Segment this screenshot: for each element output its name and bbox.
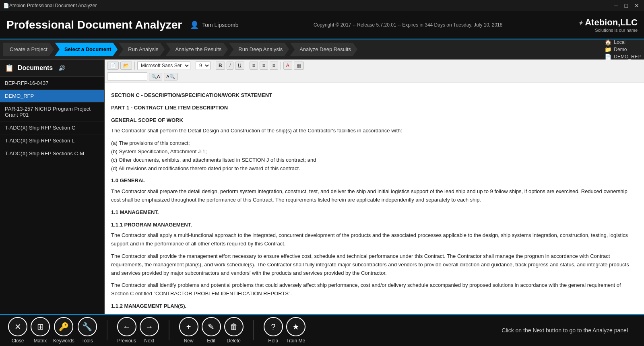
keywords-button[interactable]: 🔑Keywords [53,317,74,344]
user-icon: 👤 [190,21,199,29]
toolbar-new-btn[interactable]: 📄 [107,62,119,70]
doc-paragraph: 1.1 MANAGEMENT. [111,208,638,217]
doc-paragraph: PART 1 - CONTRACT LINE ITEM DESCRIPTION [111,104,638,112]
keywords-button-icon: 🔑 [54,317,73,336]
doc-item-1[interactable]: DEMO_RFP [0,90,104,103]
document-list: BEP-RFP-16-0437DEMO_RFPPAR-13-257 NICHD … [0,77,104,314]
workflow-step-1[interactable]: Select a Document [55,43,118,56]
next-button[interactable]: →Next [140,317,159,344]
new-button-label: New [184,338,194,344]
new-button-icon: + [179,317,198,336]
previous-button[interactable]: ←Previous [117,317,136,344]
folder-link-2[interactable]: 📄DEMO_RFP [605,54,641,60]
doc-item-0[interactable]: BEP-RFP-16-0437 [0,77,104,90]
brand-tagline: Solutions is our name [578,28,638,33]
workflow-step-4[interactable]: Run Deep Analysis [229,43,289,56]
folder-label-0: Local [614,39,625,45]
doc-paragraph: The Contractor shall identify problems a… [111,281,638,298]
folder-link-0[interactable]: 🏠Local [605,39,641,45]
brand-section: ✦ Atebion,LLC Solutions is our name [578,17,638,33]
doc-paragraph: The Contractor shall provide the managem… [111,252,638,277]
doc-item-3[interactable]: T-ADC(X) Ship RFP Section C [0,122,104,134]
document-content[interactable]: SECTION C - DESCRIPTION/SPECIFICATION/WO… [105,82,644,314]
matrix-button[interactable]: ⊞Matrix [31,317,50,344]
bottom-toolbar: ✕Close⊞Matrix🔑Keywords🔧Tools ←Previous→N… [0,314,644,346]
italic-button[interactable]: I [227,62,233,70]
help-button-label: Help [268,338,278,344]
toolbar-sep-4 [247,62,247,70]
doc-item-5[interactable]: T-ADC(X) Ship RFP Sections C-M [0,147,104,160]
sidebar-header: 📋 Documents 🔊 [0,60,104,77]
nav-button-group: ←Previous→Next [117,317,159,344]
train-me-button-icon: ★ [286,317,305,336]
train-me-button-label: Train Me [286,338,305,344]
document-viewer: 📄 📂 Microsoft Sans Ser 9 B I U ≡ ≡ ≡ A ▦ [105,60,644,314]
edit-button[interactable]: ✎Edit [202,317,221,344]
doc-paragraph: The Contractor shall perform the Detail … [111,127,638,135]
toolbar-sep-1 [134,62,135,70]
font-size-select[interactable]: 9 [196,61,211,70]
help-button[interactable]: ?Help [264,317,283,344]
search-next-btn[interactable]: A🔍 [164,73,177,80]
workflow-step-5[interactable]: Analyze Deep Results [290,43,357,56]
delete-button-label: Delete [227,338,241,344]
search-input[interactable] [107,72,147,80]
delete-button[interactable]: 🗑Delete [224,317,244,344]
copyright-text: Copyright © 2017 -- Release 5.7.20.01 --… [238,22,577,28]
tools-button-label: Tools [82,338,93,344]
train-me-button[interactable]: ★Train Me [286,317,305,344]
search-prev-btn[interactable]: 🔍A [149,73,162,80]
close-button-icon: ✕ [8,317,27,336]
workflow-step-3[interactable]: Analyze the Results [165,43,228,56]
bold-button[interactable]: B [216,62,225,70]
previous-button-icon: ← [117,317,136,336]
doc-item-2[interactable]: PAR-13-257 NICHD Program Project Grant P… [0,103,104,122]
doc-paragraph: 1.1.2 MANAGEMENT PLAN(S). [111,302,638,311]
doc-paragraph: (a) The provisions of this contract; (b)… [111,139,638,173]
doc-paragraph: GENERAL SCOPE OF WORK [111,116,638,125]
titlebar-text: Atebion Professional Document Analyzer [9,3,97,8]
align-right-btn[interactable]: ≡ [270,62,278,70]
doc-paragraph: 1.0 GENERAL [111,177,638,185]
align-left-btn[interactable]: ≡ [250,62,258,70]
workflow-step-2[interactable]: Run Analysis [118,43,165,56]
next-button-label: Next [144,338,154,344]
toolbar-open-btn[interactable]: 📂 [120,62,132,70]
new-button[interactable]: +New [179,317,198,344]
toolbar-sep-3 [213,62,213,70]
close-window-button[interactable]: ✕ [633,2,641,9]
minimize-button[interactable]: ─ [613,2,620,9]
username: Tom Lipscomb [202,22,238,28]
edit-button-icon: ✎ [202,317,221,336]
highlight-btn[interactable]: A [283,62,292,70]
matrix-button-label: Matrix [34,338,47,344]
separator-2 [169,320,169,340]
sidebar: 📋 Documents 🔊 BEP-RFP-16-0437DEMO_RFPPAR… [0,60,105,314]
speaker-icon[interactable]: 🔊 [58,65,65,71]
doc-paragraph: SECTION C - DESCRIPTION/SPECIFICATION/WO… [111,91,638,100]
format-btn[interactable]: ▦ [294,62,304,70]
next-button-icon: → [140,317,159,336]
doc-item-4[interactable]: T-ADC(X) Ship RFP Section L [0,134,104,147]
folder-links: 🏠Local📁Demo📄DEMO_RFP [605,39,641,60]
folder-label-2: DEMO_RFP [614,54,641,60]
folder-icon-2: 📄 [605,54,611,60]
right-button-group: ?Help★Train Me [264,317,305,344]
app-icon: 📄 [3,3,9,8]
font-family-select[interactable]: Microsoft Sans Ser [137,61,190,70]
maximize-button[interactable]: □ [623,2,630,9]
folder-link-1[interactable]: 📁Demo [605,46,641,53]
align-center-btn[interactable]: ≡ [260,62,268,70]
workflow-step-0[interactable]: Create a Project [3,43,54,56]
workflow-steps: Create a ProjectSelect a DocumentRun Ana… [3,43,600,56]
edit-button-label: Edit [207,338,215,344]
underline-button[interactable]: U [235,62,244,70]
tools-button[interactable]: 🔧Tools [78,317,97,344]
help-button-icon: ? [264,317,283,336]
documents-title: Documents [18,64,53,72]
matrix-button-icon: ⊞ [31,317,50,336]
close-button[interactable]: ✕Close [8,317,27,344]
toolbar-sep-5 [281,62,281,70]
titlebar: 📄 Atebion Professional Document Analyzer… [0,0,644,11]
folder-icon-1: 📁 [605,46,611,53]
